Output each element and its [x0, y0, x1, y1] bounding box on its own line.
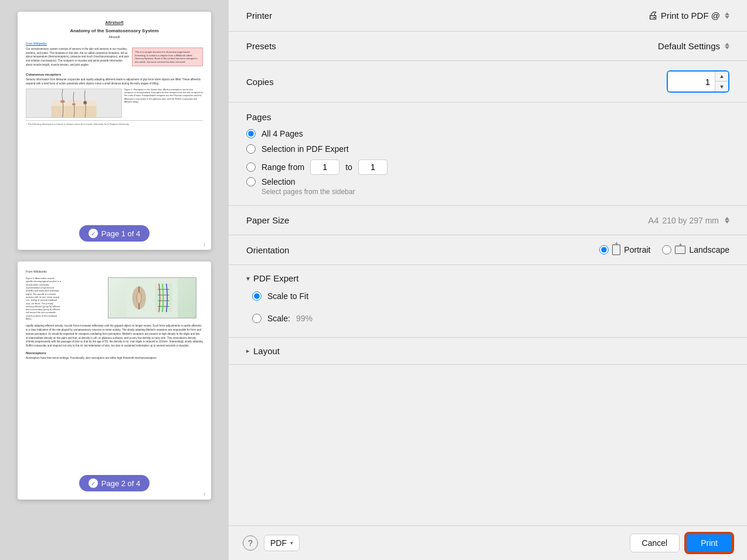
- scale-value: 99%: [296, 314, 325, 323]
- orientation-landscape-label: Landscape: [689, 245, 729, 254]
- page1-footer: ↑ The following description is based on …: [26, 120, 203, 126]
- orientation-row: Orientation Portrait Landscape: [246, 245, 729, 255]
- page1-subtitle: Afirstsoft: [26, 35, 203, 39]
- presets-section: Presets Default Settings: [229, 32, 747, 61]
- paper-size-row: Paper Size A4 210 by 297 mm: [246, 215, 729, 225]
- pdf-dropdown-label: PDF: [270, 538, 287, 548]
- svg-point-5: [83, 101, 87, 104]
- printer-select[interactable]: 🖨 Print to PDF @: [648, 9, 729, 22]
- pdf-expert-section: ▾ PDF Expert Scale to Fit Scale: 99%: [229, 265, 747, 338]
- copies-label: Copies: [246, 77, 274, 87]
- pages-range-label: Range from: [262, 162, 304, 172]
- page1-pink-box: This is a sample document to showcase pa…: [132, 47, 203, 66]
- pages-range-from-input[interactable]: [310, 159, 339, 175]
- pages-selection-radio[interactable]: [246, 177, 256, 186]
- page1-figure-img: [26, 89, 122, 118]
- orientation-portrait-option: Portrait: [599, 245, 650, 255]
- copies-increment-button[interactable]: ▲: [715, 72, 728, 82]
- paper-size-dims: 210 by 297 mm: [663, 216, 719, 225]
- page-2-preview: From Wikibooks Figure 2: Mammalian muscl…: [18, 262, 211, 500]
- paper-size-label: Paper Size: [246, 215, 289, 225]
- pages-selection-row: Selection: [246, 177, 729, 186]
- scale-radio[interactable]: [252, 314, 262, 323]
- printer-section: Printer 🖨 Print to PDF @: [229, 0, 747, 32]
- page2-check-icon: ✓: [89, 478, 98, 488]
- bottom-right: Cancel Print: [630, 533, 733, 553]
- pages-range-radio[interactable]: [246, 162, 256, 172]
- page1-from: From Wikipedia:: [26, 42, 203, 46]
- help-button[interactable]: ?: [243, 535, 258, 551]
- page2-figure-caption: Figure 2: Mammalian muscle spindle showi…: [26, 277, 62, 321]
- page2-diagram: [108, 277, 196, 318]
- pdf-expert-options: Scale to Fit Scale: 99%: [246, 291, 729, 329]
- print-settings-panel: Printer 🖨 Print to PDF @ Presets Default…: [229, 0, 747, 560]
- scale-label: Scale:: [267, 314, 290, 323]
- pages-selection-pdf-label: Selection in PDF Expert: [262, 144, 349, 154]
- page-1-preview: Afirstsoft Anatomy of the Somatosensory …: [18, 12, 211, 250]
- orientation-label: Orientation: [246, 245, 289, 255]
- paper-size-arrow-icon: [725, 217, 729, 223]
- pdf-dropdown-arrow-icon: ▾: [290, 540, 293, 546]
- page2-from: From Wikibooks: [26, 270, 203, 274]
- presets-select[interactable]: Default Settings: [658, 41, 729, 51]
- presets-row: Presets Default Settings: [246, 41, 729, 51]
- page2-body: rapidly adapting afferent activity, musc…: [26, 324, 203, 348]
- scale-to-fit-label: Scale to Fit: [267, 291, 308, 301]
- settings-scroll-area: Printer 🖨 Print to PDF @ Presets Default…: [229, 0, 747, 525]
- page1-body2: Sensory information from Meissner corpus…: [26, 78, 203, 86]
- page1-check-icon: ✓: [89, 229, 98, 238]
- layout-header[interactable]: ▸ Layout: [246, 346, 729, 356]
- layout-label: Layout: [253, 346, 280, 356]
- page1-title: Anatomy of the Somatosensory System: [26, 28, 203, 34]
- pages-section: Pages All 4 Pages Selection in PDF Exper…: [229, 103, 747, 206]
- pdf-expert-header[interactable]: ▾ PDF Expert: [246, 273, 729, 283]
- pages-all-label: All 4 Pages: [262, 129, 303, 138]
- copies-stepper[interactable]: ▲ ▼: [667, 70, 729, 93]
- pages-selection-pdf-radio[interactable]: [246, 144, 256, 154]
- paper-size-tag: A4: [648, 215, 658, 225]
- page2-figure: Figure 2: Mammalian muscle spindle showi…: [26, 277, 203, 321]
- paper-size-select[interactable]: A4 210 by 297 mm: [648, 215, 729, 225]
- pdf-expert-collapse-icon: ▾: [246, 274, 250, 283]
- orientation-portrait-radio[interactable]: [599, 245, 609, 254]
- orientation-options: Portrait Landscape: [599, 245, 729, 255]
- copies-row: Copies ▲ ▼: [246, 70, 729, 93]
- page1-figure-caption: Figure 1: Receptors in the human skin. M…: [124, 89, 203, 118]
- pages-all-radio[interactable]: [246, 129, 256, 138]
- page2-body2: Nociceptors have free nerve endings. Fun…: [26, 357, 203, 361]
- pages-label: Pages: [246, 112, 729, 122]
- scale-to-fit-radio[interactable]: [252, 291, 262, 301]
- pdf-dropdown[interactable]: PDF ▾: [264, 535, 300, 551]
- pages-selection-label: Selection: [262, 177, 296, 186]
- page1-num: 1: [203, 243, 205, 246]
- orientation-section: Orientation Portrait Landscape: [229, 235, 747, 265]
- page2-section: Nociceptors: [26, 351, 203, 355]
- copies-input[interactable]: [668, 72, 715, 91]
- svg-point-9: [137, 292, 141, 303]
- page1-badge: ✓ Page 1 of 4: [79, 225, 150, 242]
- cancel-button[interactable]: Cancel: [630, 534, 680, 552]
- scale-row: Scale: 99%: [252, 314, 729, 323]
- print-button[interactable]: Print: [685, 533, 733, 553]
- orientation-portrait-label: Portrait: [624, 245, 650, 254]
- copies-decrement-button[interactable]: ▼: [715, 82, 728, 91]
- landscape-icon: [675, 246, 685, 254]
- page2-badge: ✓ Page 2 of 4: [79, 475, 150, 491]
- orientation-landscape-radio[interactable]: [662, 245, 671, 254]
- pages-range-row: Range from to: [246, 159, 729, 175]
- orientation-landscape-option: Landscape: [662, 245, 729, 254]
- presets-label: Presets: [246, 41, 276, 51]
- copies-section: Copies ▲ ▼: [229, 61, 747, 103]
- pages-range-to-input[interactable]: [358, 159, 388, 175]
- printer-value: Print to PDF @: [661, 11, 720, 21]
- pages-selection-subtext: Select pages from the sidebar: [246, 188, 729, 196]
- presets-arrow-icon: [725, 43, 729, 49]
- portrait-icon: [612, 245, 620, 255]
- page1-author: Afirstsoft: [26, 20, 203, 26]
- bottom-left: ? PDF ▾: [243, 535, 300, 551]
- page1-section: Cutaneous receptors: [26, 72, 203, 77]
- printer-arrow-icon: [725, 12, 729, 19]
- pages-selection-pdf-row: Selection in PDF Expert: [246, 144, 729, 154]
- printer-label: Printer: [246, 11, 272, 21]
- svg-point-4: [72, 103, 76, 106]
